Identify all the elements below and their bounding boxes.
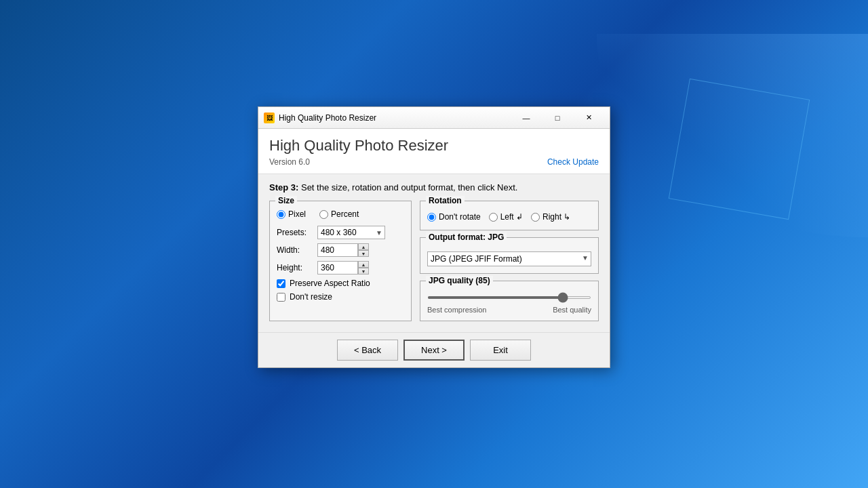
percent-label: Percent bbox=[331, 209, 359, 219]
quality-slider-track bbox=[427, 291, 591, 304]
quality-slider-labels: Best compression Best quality bbox=[427, 306, 591, 314]
back-button[interactable]: < Back bbox=[337, 340, 398, 361]
right-rotate-radio[interactable] bbox=[531, 213, 540, 222]
panels-container: Size Pixel Percent Presets: bbox=[269, 201, 599, 321]
height-up-button[interactable]: ▲ bbox=[358, 261, 369, 268]
window-footer: < Back Next > Exit bbox=[258, 332, 610, 367]
left-rotate-radio[interactable] bbox=[489, 213, 498, 222]
next-button[interactable]: Next > bbox=[403, 340, 465, 361]
app-icon: 🖼 bbox=[264, 113, 275, 123]
height-row: Height: ▲ ▼ bbox=[277, 261, 404, 274]
height-label: Height: bbox=[277, 263, 317, 272]
width-up-button[interactable]: ▲ bbox=[358, 243, 369, 250]
dont-rotate-label: Don't rotate bbox=[439, 212, 481, 222]
left-rotate-label: Left ↲ bbox=[500, 212, 523, 222]
width-row: Width: ▲ ▼ bbox=[277, 243, 404, 257]
close-button[interactable]: ✕ bbox=[573, 107, 604, 129]
maximize-button[interactable]: □ bbox=[542, 107, 573, 129]
minimize-button[interactable]: — bbox=[511, 107, 542, 129]
height-spinner: ▲ ▼ bbox=[317, 261, 369, 274]
rotation-radio-group: Don't rotate Left ↲ Right ↳ bbox=[427, 212, 591, 222]
jpg-quality-panel: JPG quality (85) Best compression Best q… bbox=[420, 281, 599, 321]
pixel-label: Pixel bbox=[288, 209, 306, 219]
right-rotate-label: Right ↳ bbox=[542, 212, 570, 222]
output-format-select-wrapper: JPG (JPEG JFIF Format) PNG (Portable Net… bbox=[427, 249, 591, 266]
app-title: High Quality Photo Resizer bbox=[269, 137, 599, 155]
height-down-button[interactable]: ▼ bbox=[358, 268, 369, 274]
quality-slider[interactable] bbox=[427, 296, 591, 299]
output-format-panel: Output format: JPG JPG (JPEG JFIF Format… bbox=[420, 237, 599, 274]
step-description: Set the size, rotation and output format… bbox=[301, 182, 517, 192]
left-rotate-radio-label[interactable]: Left ↲ bbox=[489, 212, 523, 222]
version-text: Version 6.0 bbox=[269, 157, 310, 167]
dont-rotate-radio-label[interactable]: Don't rotate bbox=[427, 212, 481, 222]
size-type-radio-group: Pixel Percent bbox=[277, 209, 404, 219]
quality-slider-container: Best compression Best quality bbox=[427, 291, 591, 314]
main-window: 🖼 High Quality Photo Resizer — □ ✕ High … bbox=[258, 106, 610, 368]
step-label: Step 3: bbox=[269, 182, 298, 192]
right-panels: Rotation Don't rotate Left ↲ bbox=[420, 201, 599, 321]
output-format-legend: Output format: JPG bbox=[426, 232, 507, 242]
pixel-radio[interactable] bbox=[277, 210, 285, 219]
presets-row: Presets: 480 x 360 640 x 480 800 x 600 1… bbox=[277, 226, 404, 239]
width-down-button[interactable]: ▼ bbox=[358, 250, 369, 257]
jpg-quality-legend: JPG quality (85) bbox=[426, 276, 493, 285]
rotation-panel: Rotation Don't rotate Left ↲ bbox=[420, 201, 599, 230]
width-spinner: ▲ ▼ bbox=[317, 243, 369, 257]
width-spinner-buttons: ▲ ▼ bbox=[358, 243, 369, 257]
exit-button[interactable]: Exit bbox=[470, 340, 531, 361]
quality-label-right: Best quality bbox=[553, 306, 591, 314]
dont-rotate-radio[interactable] bbox=[427, 213, 436, 222]
height-spinner-buttons: ▲ ▼ bbox=[358, 261, 369, 274]
presets-label: Presets: bbox=[277, 228, 317, 237]
preserve-aspect-checkbox[interactable] bbox=[277, 279, 285, 288]
size-panel: Size Pixel Percent Presets: bbox=[269, 201, 412, 321]
right-rotate-radio-label[interactable]: Right ↳ bbox=[531, 212, 570, 222]
size-legend: Size bbox=[275, 196, 297, 205]
window-controls: — □ ✕ bbox=[511, 107, 604, 129]
width-input[interactable] bbox=[317, 243, 358, 257]
output-format-select[interactable]: JPG (JPEG JFIF Format) PNG (Portable Net… bbox=[427, 251, 591, 266]
rotation-legend: Rotation bbox=[426, 196, 465, 205]
percent-radio[interactable] bbox=[319, 210, 328, 219]
percent-radio-label[interactable]: Percent bbox=[319, 209, 359, 219]
title-bar: 🖼 High Quality Photo Resizer — □ ✕ bbox=[258, 107, 610, 129]
window-content: Step 3: Set the size, rotation and outpu… bbox=[258, 174, 610, 332]
height-input[interactable] bbox=[317, 261, 358, 274]
dont-resize-label: Don't resize bbox=[290, 292, 332, 302]
preserve-aspect-checkbox-label[interactable]: Preserve Aspect Ratio bbox=[277, 279, 404, 288]
dont-resize-checkbox[interactable] bbox=[277, 293, 285, 302]
presets-select[interactable]: 480 x 360 640 x 480 800 x 600 1024 x 768… bbox=[317, 226, 385, 239]
check-update-link[interactable]: Check Update bbox=[547, 157, 599, 167]
dont-resize-checkbox-label[interactable]: Don't resize bbox=[277, 292, 404, 302]
window-header: High Quality Photo Resizer Version 6.0 C… bbox=[258, 129, 610, 174]
width-label: Width: bbox=[277, 245, 317, 255]
preserve-aspect-label: Preserve Aspect Ratio bbox=[290, 279, 370, 288]
pixel-radio-label[interactable]: Pixel bbox=[277, 209, 306, 219]
title-bar-text: High Quality Photo Resizer bbox=[279, 113, 376, 123]
quality-label-left: Best compression bbox=[427, 306, 486, 314]
step-header: Step 3: Set the size, rotation and outpu… bbox=[269, 182, 599, 192]
